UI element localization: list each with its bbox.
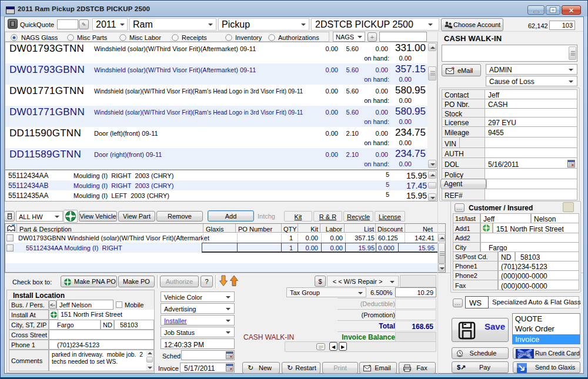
svg-text:CHARGE: CHARGE [518,353,531,356]
